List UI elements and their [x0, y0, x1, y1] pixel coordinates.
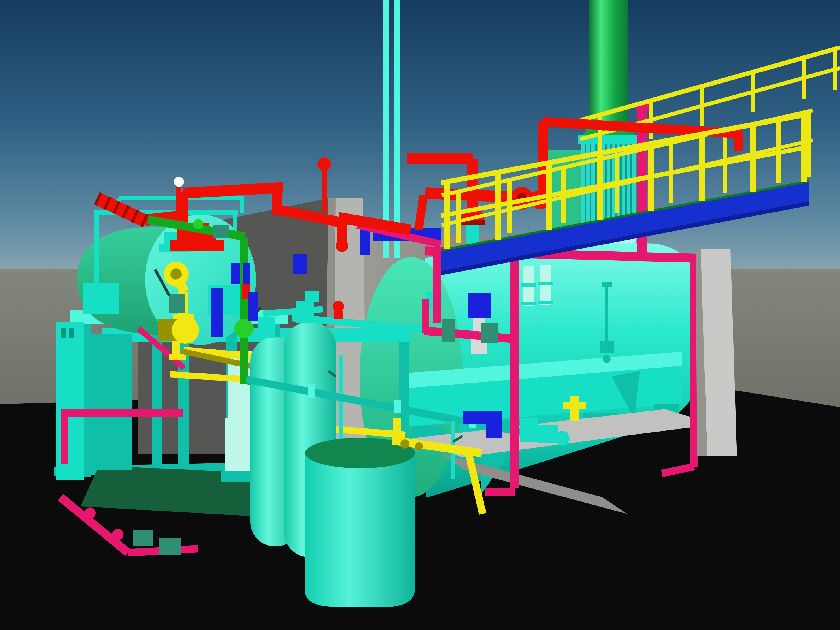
- pipe-support-blue: [293, 254, 307, 273]
- relief-ball: [317, 158, 331, 171]
- valve-body[interactable]: [158, 538, 181, 555]
- gas-flange: [415, 442, 423, 450]
- cabinet-vent: [69, 328, 74, 338]
- pipe-support-blue: [231, 263, 240, 284]
- riser-pipe-b[interactable]: [394, 0, 400, 258]
- pipe-flange: [112, 529, 123, 540]
- gas-flange: [400, 439, 409, 448]
- pipe-clamp: [393, 400, 401, 414]
- pipe-support-blue: [243, 263, 250, 284]
- tank-saddle: [83, 283, 119, 314]
- pipe-flange: [84, 507, 96, 519]
- brine-tank[interactable]: [305, 453, 415, 607]
- pipe-support-blue: [248, 292, 257, 321]
- control-box-blue[interactable]: [468, 293, 491, 318]
- pipe-end-flange: [555, 431, 570, 446]
- flange: [169, 355, 186, 360]
- control-cabinet[interactable]: [85, 334, 132, 470]
- gauge-ball: [174, 177, 184, 187]
- gas-tee-run: [564, 402, 586, 409]
- softener-head: [258, 317, 275, 338]
- softener-head-fitting: [305, 291, 319, 302]
- gas-valve[interactable]: [213, 225, 229, 238]
- pipe-flange: [193, 219, 203, 229]
- manifold-valve-cap: [333, 301, 344, 312]
- pipe-valve[interactable]: [520, 418, 538, 442]
- cabinet-vent: [61, 328, 66, 338]
- valve-body[interactable]: [133, 530, 153, 546]
- cad-3d-viewport[interactable]: [0, 0, 840, 630]
- gas-valve[interactable]: [169, 294, 185, 313]
- pipe-clamp: [308, 384, 316, 398]
- gas-riser: [393, 418, 401, 442]
- valve-body[interactable]: [481, 323, 498, 343]
- valve-body[interactable]: [442, 319, 455, 342]
- pipe-flange: [336, 240, 348, 252]
- vent-riser-flange: [170, 240, 224, 251]
- ball-valve[interactable]: [234, 319, 254, 338]
- pipe-support-blue: [211, 288, 223, 337]
- manifold-valve-red[interactable]: [333, 311, 343, 319]
- control-cabinet[interactable]: [56, 322, 84, 480]
- plant-3d-render[interactable]: [0, 0, 840, 630]
- gas-drum[interactable]: [172, 317, 199, 344]
- riser-pipe-a[interactable]: [383, 0, 389, 258]
